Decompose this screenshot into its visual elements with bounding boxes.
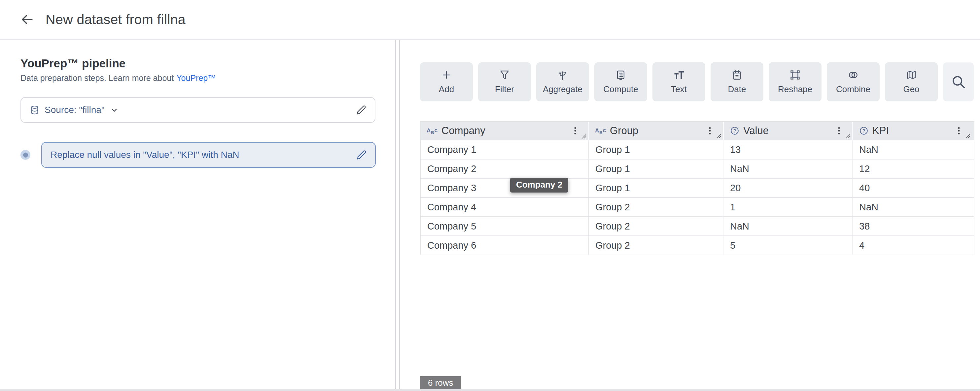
step-radio-dot	[23, 153, 28, 157]
table-cell[interactable]: Company 5	[421, 217, 588, 235]
column-menu-button[interactable]	[954, 126, 964, 136]
table-cell[interactable]: 40	[852, 179, 972, 197]
table-cell[interactable]: Group 2	[588, 217, 723, 235]
column-header-label: Company	[441, 125, 485, 137]
table-cell[interactable]: 38	[852, 217, 972, 235]
tool-button-add[interactable]: Add	[420, 62, 473, 102]
column-header-label: KPI	[872, 125, 889, 137]
svg-text:?: ?	[862, 128, 865, 134]
data-table: ABC Company ABC Group	[420, 121, 974, 255]
tool-button-filter[interactable]: Filter	[478, 62, 531, 102]
pipeline-step[interactable]: Replace null values in "Value", "KPI" wi…	[41, 142, 376, 168]
table-cell[interactable]: Company 1	[421, 140, 588, 159]
column-menu-button[interactable]	[834, 126, 844, 136]
table-cell[interactable]: Company 2	[421, 159, 588, 178]
tool-button-date[interactable]: Date	[711, 62, 764, 102]
table-cell[interactable]: 13	[723, 140, 852, 159]
table-cell[interactable]: Group 1	[588, 159, 723, 178]
tool-button-label: Add	[439, 84, 454, 94]
table-cell[interactable]: 5	[723, 236, 852, 254]
transform-toolbar: Add Filter Aggregate	[420, 62, 974, 102]
tool-button-label: Compute	[603, 84, 638, 94]
table-cell[interactable]: 20	[723, 179, 852, 197]
tool-button-compute[interactable]: Compute	[594, 62, 647, 102]
table-cell[interactable]: Group 1	[588, 140, 723, 159]
overlapping-circles-icon	[848, 69, 859, 81]
table-cell[interactable]: Group 2	[588, 198, 723, 216]
tool-button-geo[interactable]: Geo	[885, 62, 938, 102]
cell-tooltip: Company 2	[510, 178, 568, 192]
tool-button-text[interactable]: Text	[652, 62, 705, 102]
unknown-type-question-icon: ?	[859, 126, 869, 136]
source-edit-button[interactable]	[356, 105, 366, 115]
column-resize-handle[interactable]	[581, 134, 586, 139]
arrow-left-icon	[20, 12, 34, 27]
magnifier-icon	[951, 74, 966, 89]
kebab-menu-icon	[570, 126, 580, 136]
kebab-menu-icon	[705, 126, 715, 136]
table-cell[interactable]: NaN	[723, 159, 852, 178]
column-menu-button[interactable]	[705, 126, 715, 136]
table-row: Company 5 Group 2 NaN 38	[421, 216, 974, 235]
app-bar: New dataset from fillna	[0, 0, 980, 40]
pipeline-panel: YouPrep™ pipeline Data preparation steps…	[0, 40, 395, 389]
search-button[interactable]	[943, 62, 974, 102]
step-radio[interactable]	[21, 150, 30, 160]
column-header-company[interactable]: ABC Company	[421, 122, 588, 140]
map-icon	[906, 69, 917, 81]
kebab-menu-icon	[834, 126, 844, 136]
unknown-type-question-icon: ?	[730, 126, 740, 136]
transform-box-icon	[789, 69, 801, 81]
row-count-badge: 6 rows	[420, 376, 461, 390]
table-cell[interactable]: Group 2	[588, 236, 723, 254]
table-cell[interactable]: 1	[723, 198, 852, 216]
plus-icon	[441, 69, 452, 81]
column-header-group[interactable]: ABC Group	[588, 122, 723, 140]
table-row: Company 2 Group 1 NaN 12	[421, 159, 974, 178]
column-header-value[interactable]: ? Value	[723, 122, 852, 140]
table-row: Company 3 Group 1 20 40	[421, 178, 974, 197]
column-resize-handle[interactable]	[845, 134, 850, 139]
column-header-label: Value	[743, 125, 769, 137]
back-button[interactable]	[18, 10, 36, 29]
table-cell[interactable]: Company 4	[421, 198, 588, 216]
tool-button-label: Geo	[903, 84, 919, 94]
preview-panel: Add Filter Aggregate	[401, 40, 980, 389]
svg-text:?: ?	[733, 128, 736, 134]
table-cell[interactable]: NaN	[852, 140, 972, 159]
column-resize-handle[interactable]	[965, 134, 970, 139]
panel-splitter-line[interactable]	[395, 40, 396, 389]
branch-icon	[557, 69, 568, 81]
horizontal-scrollbar-track[interactable]	[0, 389, 980, 391]
table-cell[interactable]: Group 1	[588, 179, 723, 197]
chevron-down-icon[interactable]	[110, 106, 119, 114]
tool-button-aggregate[interactable]: Aggregate	[536, 62, 589, 102]
tool-button-label: Combine	[836, 84, 870, 94]
table-cell[interactable]: NaN	[852, 198, 972, 216]
table-cell[interactable]: NaN	[723, 217, 852, 235]
table-cell[interactable]: 4	[852, 236, 972, 254]
table-header-row: ABC Company ABC Group	[421, 122, 974, 140]
table-cell[interactable]: 12	[852, 159, 972, 178]
source-selector[interactable]: Source: "fillna"	[21, 97, 375, 123]
column-menu-button[interactable]	[570, 126, 580, 136]
pencil-icon	[356, 105, 366, 115]
table-cell[interactable]: Company 6	[421, 236, 588, 254]
pencil-icon	[356, 150, 366, 160]
text-type-abc-icon: ABC	[426, 128, 438, 134]
pipeline-step-label: Replace null values in "Value", "KPI" wi…	[51, 149, 239, 160]
column-resize-handle[interactable]	[716, 134, 721, 139]
table-row: Company 1 Group 1 13 NaN	[421, 140, 974, 159]
database-icon	[30, 105, 40, 115]
step-edit-button[interactable]	[356, 150, 366, 160]
column-header-kpi[interactable]: ? KPI	[852, 122, 972, 140]
tool-button-combine[interactable]: Combine	[827, 62, 880, 102]
learn-more-link[interactable]: YouPrep™	[176, 73, 216, 83]
tool-button-label: Filter	[495, 84, 514, 94]
panel-splitter-line[interactable]	[399, 40, 400, 389]
tool-button-label: Text	[671, 84, 687, 94]
table-row: Company 6 Group 2 5 4	[421, 235, 974, 254]
pipeline-heading: YouPrep™ pipeline	[21, 57, 126, 70]
tool-button-reshape[interactable]: Reshape	[769, 62, 821, 102]
tool-button-label: Aggregate	[543, 84, 582, 94]
